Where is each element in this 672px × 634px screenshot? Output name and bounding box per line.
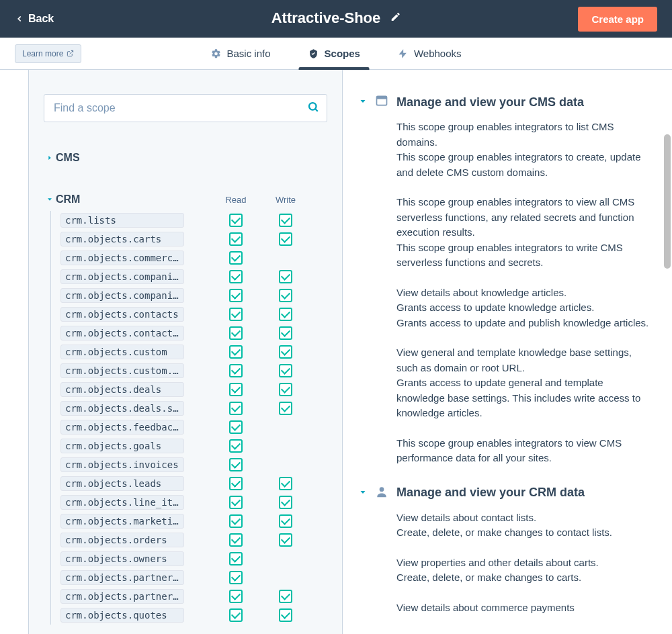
scope-row: crm.objects.owners [51, 549, 327, 568]
back-button[interactable]: Back [15, 13, 54, 25]
tab-scopes[interactable]: Scopes [308, 38, 360, 69]
scope-write-checkbox[interactable] [279, 590, 292, 603]
scope-name: crm.objects.contacts [60, 307, 184, 322]
scope-read-checkbox[interactable] [229, 345, 243, 359]
scope-write-checkbox[interactable] [279, 383, 292, 396]
scope-row: crm.objects.marketi… [51, 512, 327, 531]
person-icon [375, 485, 388, 501]
svg-marker-5 [361, 100, 366, 103]
scope-read-checkbox[interactable] [229, 552, 243, 565]
scope-write-checkbox[interactable] [279, 533, 292, 547]
scope-read-checkbox[interactable] [229, 590, 243, 603]
tab-basic-info[interactable]: Basic info [210, 38, 270, 69]
scope-write-checkbox[interactable] [279, 514, 292, 528]
scope-name: crm.objects.contact… [60, 326, 184, 341]
browser-window-icon [375, 94, 388, 110]
scope-read-checkbox[interactable] [229, 496, 243, 509]
scope-read-checkbox[interactable] [229, 458, 243, 471]
section-title: Manage and view your CMS data [396, 95, 584, 109]
chevron-down-icon [44, 196, 56, 203]
scope-write-checkbox[interactable] [279, 270, 292, 283]
scope-read-checkbox[interactable] [229, 364, 243, 377]
scope-name: crm.objects.partner… [60, 589, 184, 604]
scope-read-checkbox[interactable] [229, 326, 243, 340]
scope-write-checkbox[interactable] [279, 308, 292, 321]
scope-row: crm.objects.custom.… [51, 361, 327, 380]
shield-check-icon [308, 48, 319, 59]
gear-icon [210, 48, 221, 59]
scope-read-checkbox[interactable] [229, 251, 243, 265]
scope-name: crm.objects.compani… [60, 288, 184, 303]
chevron-left-icon [15, 14, 24, 24]
scope-row: crm.objects.goals [51, 437, 327, 455]
vertical-scrollbar[interactable] [664, 134, 671, 269]
scope-read-checkbox[interactable] [229, 533, 243, 547]
scope-write-checkbox[interactable] [279, 477, 292, 490]
scope-read-checkbox[interactable] [229, 289, 243, 302]
scope-write-checkbox[interactable] [279, 608, 292, 622]
svg-line-2 [315, 109, 317, 111]
scope-read-checkbox[interactable] [229, 402, 243, 415]
category-label: CMS [56, 152, 80, 164]
scope-write-checkbox[interactable] [279, 214, 292, 227]
section-toggle[interactable] [359, 487, 367, 499]
scope-name: crm.objects.line_it… [60, 495, 184, 510]
scope-write-checkbox[interactable] [279, 232, 292, 246]
scope-row: crm.objects.compani… [51, 286, 327, 305]
search-input[interactable] [44, 94, 327, 122]
tab-webhooks[interactable]: Webhooks [398, 38, 462, 69]
scope-name: crm.objects.feedbac… [60, 420, 184, 435]
scope-row: crm.objects.feedbac… [51, 418, 327, 437]
scope-read-checkbox[interactable] [229, 571, 243, 584]
scope-write-checkbox[interactable] [279, 345, 292, 359]
title-area: Attractive-Shoe [271, 9, 401, 27]
edit-title-button[interactable] [390, 11, 401, 25]
scope-name: crm.objects.marketi… [60, 514, 184, 529]
create-app-button[interactable]: Create app [578, 7, 657, 32]
scope-row: crm.objects.line_it… [51, 493, 327, 512]
scope-write-checkbox[interactable] [279, 402, 292, 415]
section-toggle[interactable] [359, 96, 367, 108]
category-crm-toggle[interactable]: CRM Read Write [44, 193, 327, 206]
learn-more-button[interactable]: Learn more [15, 44, 81, 63]
scope-write-checkbox[interactable] [279, 326, 292, 340]
svg-point-1 [309, 103, 317, 110]
scope-row: crm.objects.contacts [51, 305, 327, 324]
scope-name: crm.objects.partner… [60, 570, 184, 585]
scope-read-checkbox[interactable] [229, 308, 243, 321]
scope-read-checkbox[interactable] [229, 439, 243, 453]
scope-read-checkbox[interactable] [229, 270, 243, 283]
app-title: Attractive-Shoe [271, 9, 381, 27]
scope-write-checkbox[interactable] [279, 496, 292, 509]
scope-read-checkbox[interactable] [229, 477, 243, 490]
chevron-right-icon [44, 154, 56, 161]
col-read: Read [222, 195, 249, 205]
section-text: View properties and other details about … [396, 555, 649, 586]
scope-read-checkbox[interactable] [229, 214, 243, 227]
scope-row: crm.objects.deals.s… [51, 399, 327, 418]
scope-name: crm.objects.custom.… [60, 363, 184, 378]
scope-list: crm.listscrm.objects.cartscrm.objects.co… [50, 211, 327, 625]
scope-read-checkbox[interactable] [229, 232, 243, 246]
scope-read-checkbox[interactable] [229, 514, 243, 528]
scope-write-checkbox[interactable] [279, 364, 292, 377]
scopes-panel: CMS CRM Read Write crm.listscrm.objects.… [28, 70, 343, 634]
category-cms-toggle[interactable]: CMS [44, 152, 327, 164]
scope-name: crm.objects.deals.s… [60, 401, 184, 416]
back-label: Back [28, 13, 54, 25]
scope-write-checkbox[interactable] [279, 289, 292, 302]
scope-read-checkbox[interactable] [229, 608, 243, 622]
scope-read-checkbox[interactable] [229, 420, 243, 434]
svg-marker-8 [361, 491, 366, 494]
scope-name: crm.objects.commerc… [60, 251, 184, 265]
scope-name: crm.objects.invoices [60, 457, 184, 472]
scope-row: crm.objects.invoices [51, 455, 327, 474]
external-link-icon [67, 50, 74, 57]
scope-name: crm.objects.carts [60, 232, 184, 246]
column-headers: Read Write [222, 195, 327, 205]
scope-row: crm.objects.partner… [51, 587, 327, 606]
scope-name: crm.objects.custom [60, 345, 184, 359]
scope-read-checkbox[interactable] [229, 383, 243, 396]
scope-row: crm.objects.carts [51, 230, 327, 248]
section-text: This scope group enables integrators to … [396, 195, 649, 271]
